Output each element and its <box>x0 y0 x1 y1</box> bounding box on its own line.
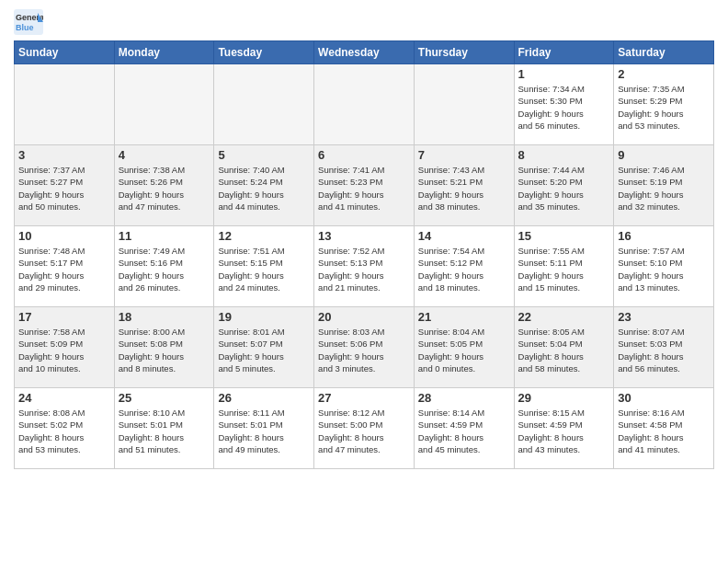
calendar-week-2: 3Sunrise: 7:37 AM Sunset: 5:27 PM Daylig… <box>15 145 714 226</box>
day-number: 24 <box>18 391 110 405</box>
weekday-header-thursday: Thursday <box>414 41 514 64</box>
day-info: Sunrise: 7:51 AM Sunset: 5:15 PM Dayligh… <box>218 245 310 293</box>
day-info: Sunrise: 7:43 AM Sunset: 5:21 PM Dayligh… <box>418 164 510 213</box>
day-number: 17 <box>18 310 110 324</box>
calendar-week-1: 1Sunrise: 7:34 AM Sunset: 5:30 PM Daylig… <box>15 64 714 145</box>
day-number: 26 <box>218 391 310 405</box>
calendar-cell: 2Sunrise: 7:35 AM Sunset: 5:29 PM Daylig… <box>614 64 714 145</box>
calendar-cell: 26Sunrise: 8:11 AM Sunset: 5:01 PM Dayli… <box>214 388 314 469</box>
day-info: Sunrise: 7:54 AM Sunset: 5:12 PM Dayligh… <box>418 245 510 293</box>
day-number: 20 <box>318 310 410 324</box>
day-info: Sunrise: 7:40 AM Sunset: 5:24 PM Dayligh… <box>218 164 310 213</box>
day-number: 6 <box>318 148 410 162</box>
day-number: 15 <box>518 229 610 243</box>
day-info: Sunrise: 8:11 AM Sunset: 5:01 PM Dayligh… <box>218 407 310 455</box>
svg-text:Blue: Blue <box>16 23 34 32</box>
calendar-week-3: 10Sunrise: 7:48 AM Sunset: 5:17 PM Dayli… <box>15 226 714 307</box>
calendar-cell: 14Sunrise: 7:54 AM Sunset: 5:12 PM Dayli… <box>414 226 514 307</box>
calendar-cell <box>214 64 314 145</box>
weekday-header-wednesday: Wednesday <box>314 41 415 64</box>
calendar-cell: 5Sunrise: 7:40 AM Sunset: 5:24 PM Daylig… <box>214 145 314 226</box>
calendar-cell: 22Sunrise: 8:05 AM Sunset: 5:04 PM Dayli… <box>514 307 614 388</box>
day-info: Sunrise: 7:41 AM Sunset: 5:23 PM Dayligh… <box>318 164 410 213</box>
calendar-cell: 18Sunrise: 8:00 AM Sunset: 5:08 PM Dayli… <box>114 307 214 388</box>
calendar-cell: 27Sunrise: 8:12 AM Sunset: 5:00 PM Dayli… <box>314 388 415 469</box>
calendar-cell: 30Sunrise: 8:16 AM Sunset: 4:58 PM Dayli… <box>614 388 714 469</box>
day-info: Sunrise: 7:44 AM Sunset: 5:20 PM Dayligh… <box>518 164 610 213</box>
calendar-cell: 17Sunrise: 7:58 AM Sunset: 5:09 PM Dayli… <box>15 307 115 388</box>
day-info: Sunrise: 8:16 AM Sunset: 4:58 PM Dayligh… <box>618 407 710 455</box>
calendar-cell: 11Sunrise: 7:49 AM Sunset: 5:16 PM Dayli… <box>114 226 214 307</box>
calendar-cell: 12Sunrise: 7:51 AM Sunset: 5:15 PM Dayli… <box>214 226 314 307</box>
day-info: Sunrise: 8:03 AM Sunset: 5:06 PM Dayligh… <box>318 326 410 374</box>
day-info: Sunrise: 7:48 AM Sunset: 5:17 PM Dayligh… <box>18 245 110 293</box>
calendar-cell: 7Sunrise: 7:43 AM Sunset: 5:21 PM Daylig… <box>414 145 514 226</box>
day-info: Sunrise: 8:01 AM Sunset: 5:07 PM Dayligh… <box>218 326 310 374</box>
day-number: 23 <box>618 310 710 324</box>
calendar-cell <box>114 64 214 145</box>
weekday-header-row: SundayMondayTuesdayWednesdayThursdayFrid… <box>15 41 714 64</box>
day-info: Sunrise: 7:55 AM Sunset: 5:11 PM Dayligh… <box>518 245 610 293</box>
day-number: 8 <box>518 148 610 162</box>
calendar-cell: 28Sunrise: 8:14 AM Sunset: 4:59 PM Dayli… <box>414 388 514 469</box>
calendar-table: SundayMondayTuesdayWednesdayThursdayFrid… <box>14 40 714 469</box>
calendar-cell: 16Sunrise: 7:57 AM Sunset: 5:10 PM Dayli… <box>614 226 714 307</box>
day-info: Sunrise: 8:10 AM Sunset: 5:01 PM Dayligh… <box>119 407 210 455</box>
day-number: 25 <box>119 391 210 405</box>
day-number: 30 <box>618 391 710 405</box>
day-info: Sunrise: 8:00 AM Sunset: 5:08 PM Dayligh… <box>119 326 210 374</box>
day-number: 21 <box>418 310 510 324</box>
calendar-cell: 23Sunrise: 8:07 AM Sunset: 5:03 PM Dayli… <box>614 307 714 388</box>
day-info: Sunrise: 7:52 AM Sunset: 5:13 PM Dayligh… <box>318 245 410 293</box>
day-info: Sunrise: 8:15 AM Sunset: 4:59 PM Dayligh… <box>518 407 610 455</box>
calendar-cell <box>15 64 115 145</box>
day-info: Sunrise: 7:57 AM Sunset: 5:10 PM Dayligh… <box>618 245 710 293</box>
calendar-cell: 15Sunrise: 7:55 AM Sunset: 5:11 PM Dayli… <box>514 226 614 307</box>
calendar-cell: 6Sunrise: 7:41 AM Sunset: 5:23 PM Daylig… <box>314 145 415 226</box>
day-number: 19 <box>218 310 310 324</box>
day-number: 16 <box>618 229 710 243</box>
day-info: Sunrise: 8:08 AM Sunset: 5:02 PM Dayligh… <box>18 407 110 455</box>
day-number: 7 <box>418 148 510 162</box>
weekday-header-friday: Friday <box>514 41 614 64</box>
weekday-header-sunday: Sunday <box>15 41 115 64</box>
day-number: 10 <box>18 229 110 243</box>
day-number: 11 <box>119 229 210 243</box>
calendar-cell: 9Sunrise: 7:46 AM Sunset: 5:19 PM Daylig… <box>614 145 714 226</box>
calendar-cell: 8Sunrise: 7:44 AM Sunset: 5:20 PM Daylig… <box>514 145 614 226</box>
day-number: 2 <box>618 67 710 81</box>
calendar-cell <box>314 64 415 145</box>
calendar-week-4: 17Sunrise: 7:58 AM Sunset: 5:09 PM Dayli… <box>15 307 714 388</box>
calendar-cell <box>414 64 514 145</box>
calendar-cell: 19Sunrise: 8:01 AM Sunset: 5:07 PM Dayli… <box>214 307 314 388</box>
day-number: 29 <box>518 391 610 405</box>
day-number: 13 <box>318 229 410 243</box>
calendar-cell: 13Sunrise: 7:52 AM Sunset: 5:13 PM Dayli… <box>314 226 415 307</box>
logo-icon: General Blue <box>14 9 43 35</box>
day-info: Sunrise: 8:05 AM Sunset: 5:04 PM Dayligh… <box>518 326 610 374</box>
day-info: Sunrise: 7:34 AM Sunset: 5:30 PM Dayligh… <box>518 83 610 132</box>
calendar-cell: 20Sunrise: 8:03 AM Sunset: 5:06 PM Dayli… <box>314 307 415 388</box>
calendar-week-5: 24Sunrise: 8:08 AM Sunset: 5:02 PM Dayli… <box>15 388 714 469</box>
day-info: Sunrise: 7:46 AM Sunset: 5:19 PM Dayligh… <box>618 164 710 213</box>
day-info: Sunrise: 7:49 AM Sunset: 5:16 PM Dayligh… <box>119 245 210 293</box>
day-info: Sunrise: 7:58 AM Sunset: 5:09 PM Dayligh… <box>18 326 110 374</box>
day-number: 5 <box>218 148 310 162</box>
day-number: 14 <box>418 229 510 243</box>
day-info: Sunrise: 8:07 AM Sunset: 5:03 PM Dayligh… <box>618 326 710 374</box>
logo: General Blue <box>14 9 47 35</box>
calendar-cell: 25Sunrise: 8:10 AM Sunset: 5:01 PM Dayli… <box>114 388 214 469</box>
day-info: Sunrise: 8:14 AM Sunset: 4:59 PM Dayligh… <box>418 407 510 455</box>
day-number: 4 <box>119 148 210 162</box>
day-number: 12 <box>218 229 310 243</box>
calendar-cell: 10Sunrise: 7:48 AM Sunset: 5:17 PM Dayli… <box>15 226 115 307</box>
page-header: General Blue <box>14 9 714 35</box>
day-info: Sunrise: 8:04 AM Sunset: 5:05 PM Dayligh… <box>418 326 510 374</box>
day-info: Sunrise: 7:35 AM Sunset: 5:29 PM Dayligh… <box>618 83 710 132</box>
day-number: 1 <box>518 67 610 81</box>
day-info: Sunrise: 7:38 AM Sunset: 5:26 PM Dayligh… <box>119 164 210 213</box>
calendar-cell: 1Sunrise: 7:34 AM Sunset: 5:30 PM Daylig… <box>514 64 614 145</box>
day-number: 27 <box>318 391 410 405</box>
calendar-cell: 21Sunrise: 8:04 AM Sunset: 5:05 PM Dayli… <box>414 307 514 388</box>
weekday-header-saturday: Saturday <box>614 41 714 64</box>
